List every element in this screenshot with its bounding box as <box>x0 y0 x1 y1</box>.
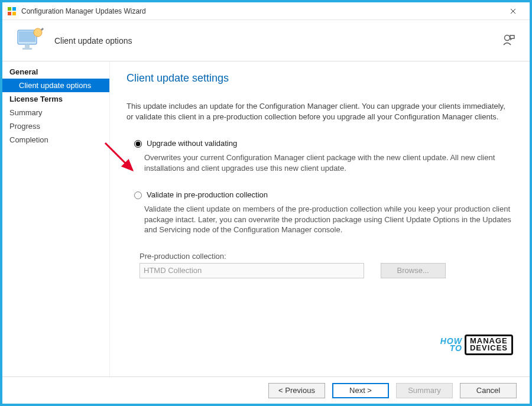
sidebar-item-general[interactable]: General <box>2 65 109 79</box>
app-icon <box>7 7 17 16</box>
svg-rect-6 <box>25 44 30 48</box>
next-button[interactable]: Next > <box>332 383 389 398</box>
wizard-sidebar: General Client update options License Te… <box>2 61 110 376</box>
close-button[interactable] <box>501 3 525 20</box>
svg-rect-1 <box>12 7 16 11</box>
sidebar-item-summary[interactable]: Summary <box>2 106 109 119</box>
footer-buttons: < Previous Next > Summary Cancel <box>2 376 530 404</box>
radio-validate-preprod-input[interactable] <box>134 191 142 199</box>
svg-point-8 <box>34 28 42 37</box>
sidebar-item-completion[interactable]: Completion <box>2 133 109 147</box>
option2-label: Validate in pre-production collection <box>147 190 268 199</box>
sidebar-item-client-update-options[interactable]: Client update options <box>2 79 109 92</box>
content-heading: Client update settings <box>126 72 513 85</box>
collection-input <box>140 263 364 278</box>
svg-rect-5 <box>19 31 35 42</box>
svg-rect-0 <box>8 7 11 11</box>
option1-description: Overwrites your current Configuration Ma… <box>144 152 513 173</box>
watermark-logo: HOW TO MANAGE DEVICES <box>440 334 513 355</box>
preprod-collection-field: Pre-production collection: Browse... <box>140 252 513 278</box>
option2-description: Validate the client update on members of… <box>144 204 513 235</box>
summary-button: Summary <box>396 383 453 398</box>
cancel-button[interactable]: Cancel <box>460 383 517 398</box>
svg-rect-7 <box>22 48 32 50</box>
content-panel: Client update settings This update inclu… <box>110 61 530 376</box>
intro-text: This update includes an update for the C… <box>126 101 513 122</box>
sidebar-item-progress[interactable]: Progress <box>2 119 109 133</box>
watermark-devices: DEVICES <box>470 345 508 352</box>
previous-button[interactable]: < Previous <box>268 383 325 398</box>
window-title: Configuration Manager Updates Wizard <box>21 7 501 15</box>
sidebar-item-license-terms[interactable]: License Terms <box>2 92 109 106</box>
header-title: Client update options <box>54 36 502 46</box>
wizard-window: Configuration Manager Updates Wizard Cli… <box>0 0 532 406</box>
option1-label: Upgrade without validating <box>147 139 237 148</box>
watermark-how: HOW <box>440 337 462 345</box>
collection-field-label: Pre-production collection: <box>140 252 513 261</box>
option-upgrade-without-validating: Upgrade without validating Overwrites yo… <box>131 138 513 173</box>
monitor-icon <box>17 27 44 54</box>
radio-upgrade-without-validating[interactable]: Upgrade without validating <box>131 138 513 148</box>
browse-button: Browse... <box>381 263 446 278</box>
svg-rect-2 <box>8 12 11 15</box>
feedback-icon[interactable] <box>502 33 515 48</box>
radio-validate-preprod[interactable]: Validate in pre-production collection <box>131 190 513 199</box>
option-validate-preprod: Validate in pre-production collection Va… <box>131 190 513 235</box>
header-strip: Client update options <box>2 20 530 61</box>
watermark-manage: MANAGE <box>470 337 508 345</box>
watermark-to: TO <box>450 345 462 352</box>
main-area: General Client update options License Te… <box>2 61 530 376</box>
titlebar: Configuration Manager Updates Wizard <box>2 2 530 20</box>
svg-point-9 <box>505 35 510 41</box>
svg-rect-3 <box>12 12 16 15</box>
radio-upgrade-without-validating-input[interactable] <box>134 140 142 148</box>
